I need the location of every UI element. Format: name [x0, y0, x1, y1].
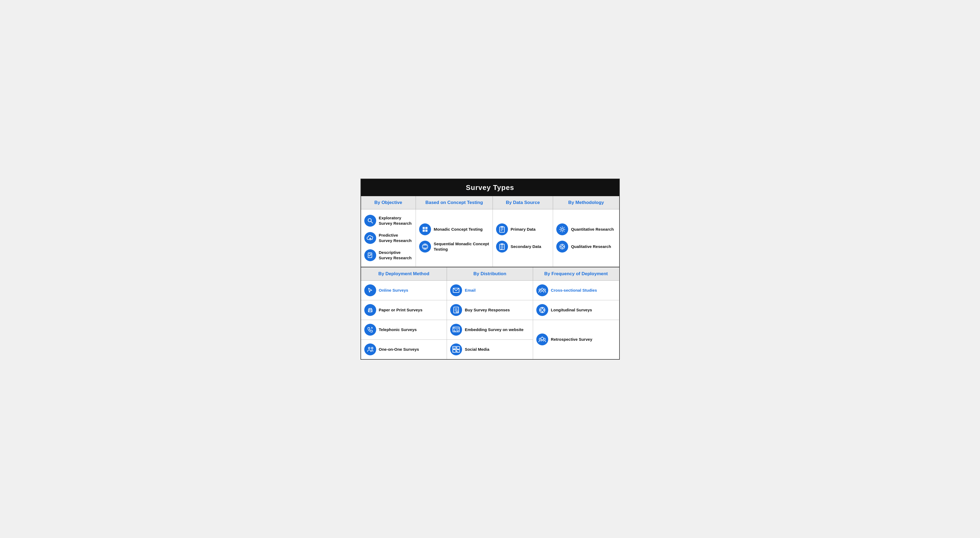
icon-retro — [536, 333, 548, 345]
icon-printer — [364, 304, 376, 316]
item-primary-label: Primary Data — [511, 227, 536, 232]
item-one-on-one: One-on-One Surveys — [361, 340, 447, 359]
icon-email — [450, 284, 462, 296]
svg-text:$: $ — [457, 311, 458, 313]
svg-point-58 — [539, 309, 541, 311]
svg-rect-8 — [425, 230, 428, 232]
icon-gear — [556, 224, 568, 235]
item-predictive-label: Predictive Survey Research — [379, 233, 412, 243]
item-longitudinal-label: Longitudinal Surveys — [551, 307, 592, 313]
survey-types-table: Survey Types By Objective Based on Conce… — [361, 179, 620, 360]
svg-point-23 — [561, 246, 563, 248]
item-descriptive-label: Descriptive Survey Research — [379, 250, 412, 260]
icon-search — [364, 215, 376, 227]
svg-text:f: f — [453, 351, 454, 352]
item-sequential-label: Sequential Monadic Concept Testing — [434, 241, 489, 252]
cell-methodology: Quantitative Research Qualitative Resear… — [553, 209, 619, 267]
item-online-label: Online Surveys — [379, 287, 408, 293]
icon-people — [364, 343, 376, 355]
item-one-on-one-label: One-on-One Surveys — [379, 347, 419, 352]
item-buy: $ Buy Survey Responses — [447, 300, 533, 320]
svg-point-50 — [541, 288, 543, 290]
svg-text:ig: ig — [453, 347, 455, 349]
header-frequency: By Frequency of Deployment — [533, 267, 619, 281]
header-datasource: By Data Source — [493, 196, 553, 209]
item-predictive: Predictive Survey Research — [364, 230, 412, 246]
table-title: Survey Types — [361, 179, 619, 196]
cell-concept: Monadic Concept Testing Sequential Monad… — [416, 209, 493, 267]
icon-phone — [364, 324, 376, 336]
svg-rect-5 — [423, 227, 425, 229]
item-social-label: Social Media — [465, 347, 489, 352]
svg-rect-7 — [423, 230, 425, 232]
item-exploratory-label: Exploratory Survey Research — [379, 215, 412, 226]
icon-cursor — [364, 284, 376, 296]
header-objective: By Objective — [361, 196, 416, 209]
item-qualitative: Qualitative Research — [556, 239, 616, 254]
item-email-label: Email — [465, 287, 476, 293]
svg-line-41 — [455, 329, 457, 332]
item-quantitative: Quantitative Research — [556, 222, 616, 237]
icon-check — [364, 249, 376, 261]
item-telephonic-label: Telephonic Surveys — [379, 327, 417, 332]
item-descriptive: Descriptive Survey Research — [364, 248, 412, 263]
icon-cloud — [364, 232, 376, 244]
item-secondary: Secondary Data — [496, 239, 550, 254]
svg-point-51 — [539, 289, 541, 290]
col-deployment: Online Surveys Paper or Print Surveys — [361, 281, 447, 359]
icon-social: ig t f yt — [450, 343, 462, 355]
item-cross-sectional: Cross-sectional Studies — [533, 281, 619, 300]
svg-point-29 — [371, 347, 373, 349]
icon-embed — [450, 324, 462, 336]
svg-point-57 — [542, 312, 543, 313]
header-deployment: By Deployment Method — [361, 267, 447, 281]
col-frequency: Cross-sectional Studies Longitudinal Sur… — [533, 281, 619, 359]
svg-rect-6 — [425, 227, 428, 229]
item-longitudinal: Longitudinal Surveys — [533, 300, 619, 320]
header-methodology: By Methodology — [553, 196, 619, 209]
item-paper-label: Paper or Print Surveys — [379, 307, 423, 313]
svg-point-55 — [542, 307, 543, 308]
svg-point-40 — [455, 327, 455, 328]
item-embed: Embedding Survey on website — [447, 320, 533, 340]
icon-arrows — [419, 241, 431, 252]
item-social: ig t f yt Social Media — [447, 340, 533, 359]
icon-buydoc: $ — [450, 304, 462, 316]
item-monadic-label: Monadic Concept Testing — [434, 227, 482, 232]
cell-datasource: Primary Data Secondary Data — [493, 209, 553, 267]
icon-group — [536, 284, 548, 296]
item-exploratory: Exploratory Survey Research — [364, 213, 412, 228]
svg-rect-25 — [369, 311, 372, 312]
item-monadic: Monadic Concept Testing — [419, 222, 489, 237]
header-distribution: By Distribution — [447, 267, 533, 281]
svg-line-1 — [371, 222, 373, 223]
icon-sync — [556, 241, 568, 252]
svg-point-28 — [368, 347, 370, 349]
col-distribution: Email $ Buy Survey Responses — [447, 281, 533, 359]
item-cross-sectional-label: Cross-sectional Studies — [551, 287, 597, 293]
item-buy-label: Buy Survey Responses — [465, 307, 510, 313]
svg-point-39 — [453, 327, 454, 328]
svg-text:t: t — [457, 347, 458, 349]
item-retrospective: Retrospective Survey — [533, 320, 619, 359]
header-concept: Based on Concept Testing — [416, 196, 493, 209]
svg-point-54 — [541, 309, 544, 311]
item-sequential: Sequential Monadic Concept Testing — [419, 239, 489, 254]
svg-point-59 — [541, 337, 544, 340]
item-online: Online Surveys — [361, 281, 447, 300]
item-quantitative-label: Quantitative Research — [571, 227, 614, 232]
item-paper: Paper or Print Surveys — [361, 300, 447, 320]
svg-text:yt: yt — [457, 351, 458, 352]
item-email: Email — [447, 281, 533, 300]
item-embed-label: Embedding Survey on website — [465, 327, 523, 332]
item-primary: Primary Data — [496, 222, 550, 237]
item-qualitative-label: Qualitative Research — [571, 244, 611, 249]
cell-objective: Exploratory Survey Research Predictive S… — [361, 209, 416, 267]
svg-point-56 — [544, 309, 545, 311]
item-secondary-label: Secondary Data — [511, 244, 541, 249]
icon-longit — [536, 304, 548, 316]
svg-point-0 — [368, 219, 371, 222]
item-telephonic: Telephonic Surveys — [361, 320, 447, 340]
icon-list — [496, 241, 508, 252]
icon-grid — [419, 224, 431, 235]
